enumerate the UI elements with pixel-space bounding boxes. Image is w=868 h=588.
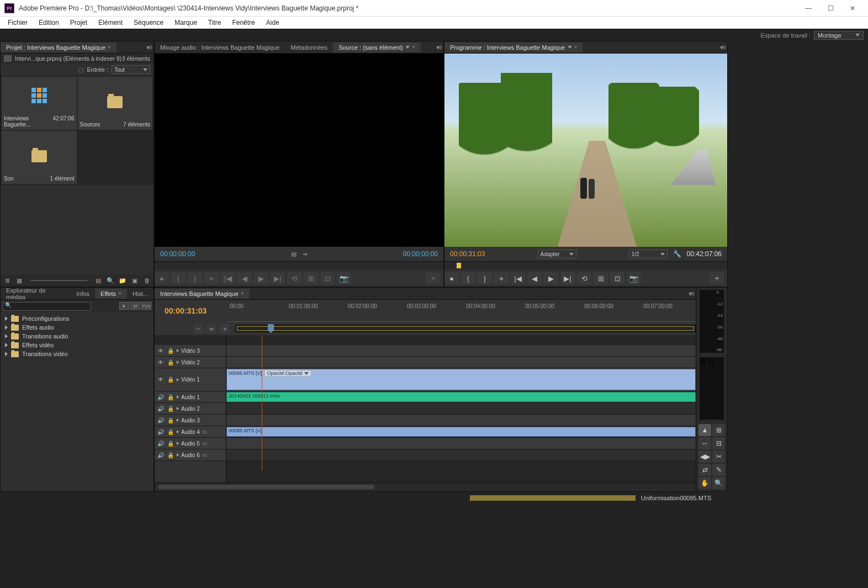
menu-séquence[interactable]: Séquence [128,18,169,28]
work-area-bar[interactable] [237,326,694,331]
transport-btn-10[interactable]: ⊡ [610,272,624,284]
fx-badge[interactable]: 32 [130,302,140,310]
tool-6[interactable]: ⇄ [698,464,711,476]
transport-btn-6[interactable]: ▶ [544,272,558,284]
project-tab[interactable]: Projet : Interviews Baguette Magique× [1,43,117,52]
tool-4[interactable]: ◀▶ [698,451,711,463]
track-header[interactable]: 🔊🔒Audio 3 [155,415,226,426]
dropdown-icon[interactable] [568,46,572,49]
solo-left[interactable]: S [700,357,706,367]
source-viewport[interactable] [155,54,443,247]
bin-item[interactable]: Sources7 éléments [78,77,153,130]
list-view-icon[interactable]: ≣ [3,276,12,285]
audio-clip[interactable]: 20140423 165011.m4a [226,392,696,402]
program-zoom-select[interactable]: 1/2 [629,250,668,258]
transport-btn-2[interactable]: } [478,272,492,284]
track-lane[interactable] [226,403,696,415]
transport-btn-9[interactable]: ⊞ [594,272,608,284]
icon-view-icon[interactable]: ▦ [15,276,24,285]
filter-icon[interactable]: ▢ [78,66,83,73]
program-fit-select[interactable]: Adapter [538,250,576,258]
trash-icon[interactable]: 🗑 [142,276,151,285]
track-lane[interactable] [226,438,696,449]
transport-btn-11[interactable]: 📷 [627,272,641,284]
close-button[interactable]: ✕ [841,0,864,17]
effects-search-input[interactable] [3,302,91,311]
timeline-tab[interactable]: Interviews Baguette Magique× [155,289,250,299]
transport-btn-9[interactable]: ⊞ [304,272,318,284]
tool-1[interactable]: ⊞ [712,424,725,436]
source-drag-icon[interactable]: ⇥ [302,251,307,258]
timeline-timecode[interactable]: 00:00:31:03 [155,306,226,315]
transport-btn-4[interactable]: |◀ [511,272,525,284]
audio-clip[interactable]: 00085.MTS [A] [226,427,696,437]
maximize-button[interactable]: ☐ [819,0,841,17]
zoom-slider[interactable] [30,280,87,281]
panel-menu-icon[interactable]: ▾≡ [436,44,441,51]
wrench-icon[interactable]: 🔧 [673,250,681,258]
panel-menu-icon[interactable]: ▾≡ [146,44,151,51]
minimize-button[interactable]: — [797,0,819,17]
transport-btn-8[interactable]: ⟲ [577,272,591,284]
source-navbar[interactable] [155,261,443,270]
menu-titre[interactable]: Titre [203,18,227,28]
track-header[interactable]: 👁🔒Vidéo 2 [155,357,226,368]
transport-btn-7[interactable]: ▶| [560,272,575,284]
source-tc-out[interactable]: 00;00;00;00 [403,250,438,258]
track-header[interactable]: 🔊🔒Audio 1 [155,391,226,403]
filter-select[interactable]: Tout [112,65,150,74]
track-header[interactable]: 👁🔒Vidéo 3 [155,345,226,357]
transport-btn-11[interactable]: 📷 [337,272,351,284]
transport-btn-10[interactable]: ⊡ [320,272,335,284]
linked-selection-icon[interactable]: ∞ [207,324,216,333]
source-tc-in[interactable]: 00;00;00;00 [160,250,195,258]
track-header[interactable]: 👁🔒Vidéo 1 [155,368,226,391]
timeline-h-scroll[interactable] [155,483,696,491]
fx-folder[interactable]: Effets audio [3,323,151,332]
program-tc-current[interactable]: 00:00:31:03 [450,250,485,258]
transport-btn-3[interactable]: ⋄ [204,272,219,284]
fx-tab[interactable]: Effets× [95,289,127,299]
transport-btn-1[interactable]: { [461,272,475,284]
tool-9[interactable]: 🔍 [712,477,725,489]
panel-menu-icon[interactable]: ▾≡ [689,290,694,298]
close-icon[interactable]: × [574,44,578,50]
transport-btn-2[interactable]: } [188,272,202,284]
auto-sequence-icon[interactable]: ▤ [94,276,103,285]
track-lane[interactable] [226,345,696,357]
close-icon[interactable]: × [108,44,111,50]
fx-folder[interactable]: Préconfigurations [3,314,151,323]
add-button-icon[interactable]: ＋ [426,272,440,284]
tool-5[interactable]: ✂ [712,451,725,463]
snap-icon[interactable]: ⎓ [193,324,203,333]
menu-fichier[interactable]: Fichier [2,18,33,28]
add-button-icon[interactable]: ＋ [710,272,724,284]
timeline-ruler[interactable]: 00:0000:01:00:0000:02:00:0000:03:00:0000… [226,300,696,322]
program-tab[interactable]: Programme : Interviews Baguette Magique× [444,43,583,52]
tool-7[interactable]: ✎ [712,464,725,476]
fx-folder[interactable]: Transitions vidéo [3,349,151,358]
workspace-select[interactable]: Montage [814,31,864,40]
transport-btn-3[interactable]: ⋄ [494,272,509,284]
menu-fenêtre[interactable]: Fenêtre [226,18,260,28]
transport-btn-6[interactable]: ▶ [254,272,268,284]
menu-edition[interactable]: Edition [33,18,65,28]
track-lane[interactable] [226,357,696,368]
video-clip[interactable]: 00085.MTS [V] Opacité:Opacité [226,369,696,390]
fx-tab[interactable]: Hist... [127,289,154,299]
transport-btn-1[interactable]: { [171,272,186,284]
bin-item[interactable]: Son1 élément [2,131,77,184]
timeline-navigator[interactable] [235,325,696,332]
fx-folder[interactable]: Effets vidéo [3,341,151,349]
program-navbar[interactable] [444,261,727,270]
fx-badge[interactable]: YUV [141,302,151,310]
track-header[interactable]: 🔊🔒Audio 6S1 [155,449,226,461]
tool-3[interactable]: ⊟ [712,437,725,449]
track-header[interactable]: 🔊🔒Audio 2 [155,403,226,415]
menu-projet[interactable]: Projet [65,18,93,28]
transport-btn-5[interactable]: ◀ [237,272,252,284]
source-settings-icon[interactable]: ▤ [291,251,297,258]
playhead[interactable] [262,335,262,470]
close-icon[interactable]: × [241,290,244,296]
menu-marque[interactable]: Marque [169,18,203,28]
